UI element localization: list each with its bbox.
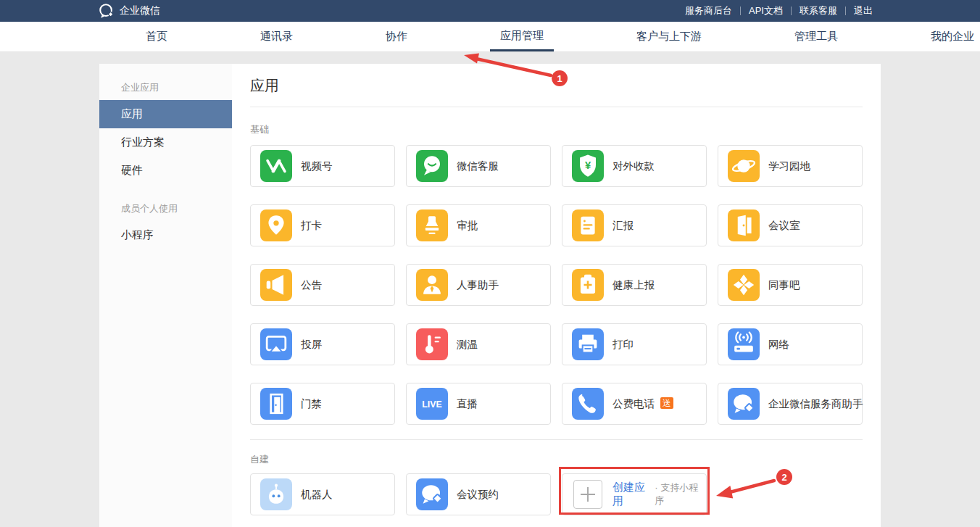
sidebar-item-apps[interactable]: 应用	[99, 100, 232, 128]
meeting-booking-icon	[416, 478, 448, 510]
tab-collaboration[interactable]: 协作	[375, 22, 418, 51]
free-call-icon	[572, 388, 604, 420]
app-card-learning-zone[interactable]: 学习园地	[718, 145, 863, 187]
learning-zone-icon	[728, 150, 760, 182]
svg-text:LIVE: LIVE	[422, 399, 441, 410]
wecom-service-assistant-icon	[728, 388, 760, 420]
live-stream-icon: LIVE	[416, 388, 448, 420]
sidebar-section-header: 企业应用	[99, 74, 232, 100]
app-card-approval[interactable]: 审批	[406, 204, 551, 246]
app-label: 审批	[457, 219, 478, 233]
meeting-room-icon	[728, 209, 760, 241]
topbar-link-logout[interactable]: 退出	[846, 4, 881, 17]
wecom-logo: 企业微信	[98, 0, 160, 22]
app-label: 视频号	[301, 159, 333, 173]
app-label: 公告	[301, 278, 322, 292]
app-card-door-access[interactable]: 门禁	[250, 383, 395, 425]
network-icon	[728, 328, 760, 360]
create-app-suffix: · 支持小程序	[655, 481, 706, 507]
app-card-announcement[interactable]: 公告	[250, 264, 395, 306]
app-card-create-app[interactable]: 创建应用 · 支持小程序	[562, 473, 707, 515]
app-card-report[interactable]: 汇报	[562, 204, 707, 246]
report-icon	[572, 209, 604, 241]
app-label: 打印	[612, 338, 634, 352]
topbar-links: 服务商后台API文档联系客服退出	[677, 0, 881, 22]
app-label: 打卡	[301, 219, 322, 233]
app-label: 机器人	[301, 488, 333, 502]
page-background: 企业应用应用行业方案硬件成员个人使用小程序 应用 基础 视频号微信客服¥对外收款…	[0, 52, 980, 527]
app-label: 投屏	[301, 338, 322, 352]
colleague-bar-icon	[728, 269, 760, 301]
topbar: 企业微信 服务商后台API文档联系客服退出	[0, 0, 980, 22]
topbar-link-api-docs[interactable]: API文档	[741, 4, 791, 17]
announcement-icon	[260, 269, 292, 301]
app-label: 健康上报	[612, 278, 655, 292]
app-card-meeting-room[interactable]: 会议室	[718, 204, 863, 246]
app-label: 同事吧	[768, 278, 800, 292]
channels-icon	[260, 150, 292, 182]
page-title: 应用	[250, 64, 863, 107]
app-card-print[interactable]: 打印	[562, 323, 707, 365]
app-card-meeting-booking[interactable]: 会议预约	[406, 473, 551, 515]
wechat-kefu-icon	[416, 150, 448, 182]
main-nav: 首页通讯录协作应用管理客户与上下游管理工具我的企业	[0, 22, 980, 52]
content-panel: 应用 基础 视频号微信客服¥对外收款学习园地打卡审批汇报会议室公告人事助手健康上…	[232, 64, 881, 527]
section-label-basic: 基础	[250, 123, 863, 136]
hr-assistant-icon	[416, 269, 448, 301]
robot-icon	[260, 478, 292, 510]
app-card-robot[interactable]: 机器人	[250, 473, 395, 515]
app-label: 微信客服	[457, 159, 499, 173]
basic-app-grid: 视频号微信客服¥对外收款学习园地打卡审批汇报会议室公告人事助手健康上报同事吧投屏…	[250, 145, 863, 425]
sidebar-section-header: 成员个人使用	[99, 195, 232, 221]
app-card-wecom-service-assistant[interactable]: 企业微信服务商助手	[718, 383, 863, 425]
sidebar: 企业应用应用行业方案硬件成员个人使用小程序	[99, 64, 232, 527]
topbar-link-contact-support[interactable]: 联系客服	[792, 4, 845, 17]
app-card-wechat-kefu[interactable]: 微信客服	[406, 145, 551, 187]
print-icon	[572, 328, 604, 360]
app-label: 会议室	[768, 219, 800, 233]
health-report-icon	[572, 269, 604, 301]
app-card-health-report[interactable]: 健康上报	[562, 264, 707, 306]
custom-app-grid: 机器人会议预约创建应用 · 支持小程序	[250, 473, 863, 515]
wecom-bubble-icon	[98, 2, 115, 20]
door-access-icon	[260, 388, 292, 420]
app-label: 企业微信服务商助手	[768, 397, 863, 411]
app-label: 会议预约	[457, 488, 499, 502]
tab-home[interactable]: 首页	[136, 22, 178, 51]
plus-icon	[573, 480, 602, 509]
app-label: 汇报	[612, 219, 634, 233]
app-card-channels[interactable]: 视频号	[250, 145, 395, 187]
app-label: 网络	[768, 338, 789, 352]
app-card-free-call[interactable]: 公费电话送	[562, 383, 707, 425]
tab-app-management[interactable]: 应用管理	[490, 22, 554, 51]
tab-contacts[interactable]: 通讯录	[250, 22, 303, 51]
app-card-external-payment[interactable]: ¥对外收款	[562, 145, 707, 187]
app-label: 公费电话送	[612, 397, 673, 411]
sidebar-item-industry-solutions[interactable]: 行业方案	[99, 128, 232, 157]
app-card-screen-cast[interactable]: 投屏	[250, 323, 395, 365]
tab-admin-tools[interactable]: 管理工具	[784, 22, 848, 51]
app-card-temperature[interactable]: 测温	[406, 323, 551, 365]
app-card-live-stream[interactable]: LIVE直播	[406, 383, 551, 425]
wecom-admin-page: 企业微信 服务商后台API文档联系客服退出 首页通讯录协作应用管理客户与上下游管…	[0, 0, 980, 527]
sidebar-gap	[99, 185, 232, 195]
section-divider	[250, 439, 863, 440]
screen-cast-icon	[260, 328, 292, 360]
app-label: 测温	[457, 338, 478, 352]
approval-icon	[416, 209, 448, 241]
app-card-hr-assistant[interactable]: 人事助手	[406, 264, 551, 306]
create-app-label: 创建应用	[612, 481, 655, 508]
tab-customers[interactable]: 客户与上下游	[626, 22, 712, 51]
app-label: 人事助手	[457, 278, 499, 292]
app-card-network[interactable]: 网络	[718, 323, 863, 365]
gift-badge: 送	[660, 397, 673, 409]
tab-my-company[interactable]: 我的企业	[921, 22, 980, 51]
app-card-check-in[interactable]: 打卡	[250, 204, 395, 246]
app-card-colleague-bar[interactable]: 同事吧	[718, 264, 863, 306]
sidebar-item-mini-programs[interactable]: 小程序	[99, 221, 232, 249]
app-label: 直播	[457, 397, 478, 411]
temperature-icon	[416, 328, 448, 360]
topbar-link-service-provider-console[interactable]: 服务商后台	[677, 4, 740, 17]
app-label: 对外收款	[612, 159, 655, 173]
sidebar-item-hardware[interactable]: 硬件	[99, 157, 232, 185]
